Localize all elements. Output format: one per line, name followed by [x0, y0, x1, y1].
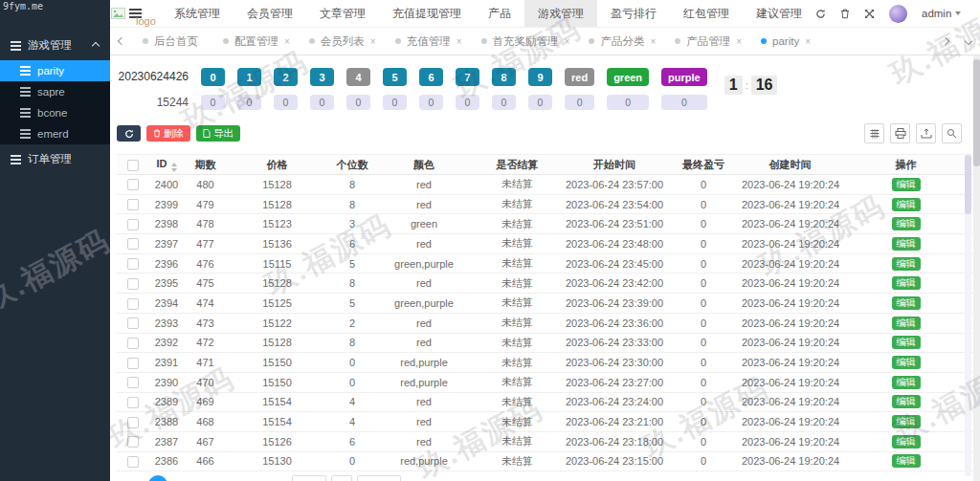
edit-button[interactable]: 编辑: [892, 454, 921, 468]
page-button[interactable]: 30: [244, 475, 263, 481]
navbar-menu-item[interactable]: 红包管理: [670, 0, 743, 27]
row-checkbox[interactable]: [127, 298, 139, 310]
tab-close-icon[interactable]: ×: [284, 36, 290, 47]
tab[interactable]: 充值管理 ×: [386, 28, 472, 55]
tab[interactable]: 会员列表 ×: [300, 28, 386, 55]
page-button[interactable]: 3: [196, 475, 215, 481]
export-data-icon[interactable]: [916, 123, 936, 143]
row-checkbox[interactable]: [127, 397, 139, 408]
table-scrollbar-thumb[interactable]: [965, 155, 971, 214]
page-size-select[interactable]: [292, 475, 326, 481]
row-checkbox[interactable]: [127, 238, 139, 250]
row-checkbox[interactable]: [127, 199, 139, 210]
tab-close-icon[interactable]: ×: [457, 36, 462, 47]
tab[interactable]: 配置管理 ×: [213, 28, 300, 55]
navbar-menu-item[interactable]: 游戏管理: [524, 0, 597, 27]
bet-button[interactable]: 6: [419, 68, 443, 86]
navbar-menu-item[interactable]: 产品: [475, 0, 524, 27]
delete-button[interactable]: 删除: [146, 125, 190, 142]
sidebar-item[interactable]: bcone: [0, 102, 110, 123]
edit-button[interactable]: 编辑: [892, 356, 921, 369]
page-scrollbar-thumb[interactable]: [973, 59, 980, 166]
tab[interactable]: 产品分类 ×: [579, 28, 665, 55]
page-confirm-button[interactable]: [357, 475, 401, 481]
row-checkbox[interactable]: [127, 456, 139, 468]
row-checkbox[interactable]: [127, 258, 139, 270]
row-checkbox[interactable]: [127, 338, 139, 349]
more-options-icon[interactable]: ⋮: [975, 7, 980, 20]
bet-button[interactable]: 3: [310, 68, 334, 86]
tabs-dropdown-button[interactable]: [957, 28, 980, 55]
edit-button[interactable]: 编辑: [892, 237, 921, 251]
sidebar-item[interactable]: emerd: [0, 123, 110, 144]
search-icon[interactable]: [942, 123, 962, 143]
print-icon[interactable]: [890, 123, 910, 143]
fullscreen-icon[interactable]: [864, 9, 875, 19]
page-button[interactable]: ...: [220, 475, 239, 481]
export-button[interactable]: 导出: [196, 125, 240, 142]
navbar-menu-item[interactable]: 会员管理: [234, 0, 306, 27]
edit-button[interactable]: 编辑: [892, 178, 921, 191]
row-checkbox[interactable]: [127, 219, 139, 230]
columns-filter-icon[interactable]: [864, 123, 884, 143]
bet-button[interactable]: purple: [661, 68, 707, 86]
row-checkbox[interactable]: [127, 436, 139, 448]
row-checkbox[interactable]: [127, 377, 139, 388]
column-id[interactable]: ID: [149, 155, 184, 175]
navbar-menu-item[interactable]: 建议管理: [743, 0, 815, 27]
tab[interactable]: 首充奖励管理 ×: [472, 28, 580, 55]
tabs-scroll-right-button[interactable]: [934, 28, 957, 55]
edit-button[interactable]: 编辑: [892, 296, 921, 310]
page-jump-input[interactable]: [331, 475, 352, 481]
edit-button[interactable]: 编辑: [892, 217, 921, 230]
edit-button[interactable]: 编辑: [892, 336, 921, 349]
row-checkbox[interactable]: [127, 179, 139, 190]
tab-close-icon[interactable]: ×: [565, 36, 570, 47]
edit-button[interactable]: 编辑: [892, 415, 921, 428]
sort-icon[interactable]: [171, 163, 177, 172]
edit-button[interactable]: 编辑: [892, 198, 921, 211]
sidebar-group-games[interactable]: 游戏管理: [0, 34, 110, 56]
edit-button[interactable]: 编辑: [892, 435, 921, 448]
edit-button[interactable]: 编辑: [892, 317, 921, 330]
row-checkbox[interactable]: [127, 417, 139, 428]
page-button[interactable]: 1: [148, 475, 167, 481]
edit-button[interactable]: 编辑: [892, 395, 921, 408]
bet-button[interactable]: 4: [346, 68, 370, 86]
sidebar-item[interactable]: parity: [0, 60, 110, 81]
user-avatar[interactable]: [889, 5, 907, 23]
user-menu[interactable]: admin: [922, 8, 961, 19]
refresh-icon[interactable]: [815, 9, 826, 19]
bet-button[interactable]: 5: [383, 68, 407, 86]
navbar-menu-item[interactable]: 充值提现管理: [379, 0, 475, 27]
table-scrollbar[interactable]: [965, 153, 971, 476]
row-checkbox[interactable]: [127, 278, 139, 290]
row-checkbox[interactable]: [127, 317, 139, 329]
page-scrollbar[interactable]: [973, 55, 980, 481]
bet-button[interactable]: green: [607, 68, 649, 86]
trash-icon[interactable]: [840, 9, 850, 19]
row-checkbox[interactable]: [127, 358, 139, 369]
navbar-menu-item[interactable]: 系统管理: [161, 0, 234, 27]
bet-button[interactable]: 8: [492, 68, 516, 86]
sidebar-item[interactable]: sapre: [0, 81, 110, 102]
bet-button[interactable]: 1: [237, 68, 261, 86]
edit-button[interactable]: 编辑: [892, 376, 921, 389]
select-all-checkbox[interactable]: [127, 160, 139, 171]
refresh-button[interactable]: [117, 125, 141, 142]
navbar-menu-item[interactable]: 盈亏排行: [597, 0, 670, 27]
tab-close-icon[interactable]: ×: [650, 36, 656, 47]
page-button[interactable]: ‹: [124, 475, 144, 481]
bet-button[interactable]: 7: [456, 68, 479, 86]
tab[interactable]: parity ×: [751, 28, 820, 55]
sidebar-group-orders[interactable]: 订单管理: [0, 148, 110, 170]
tab-close-icon[interactable]: ×: [805, 36, 811, 47]
page-button[interactable]: 2: [172, 475, 191, 481]
bet-button[interactable]: 9: [528, 68, 552, 86]
tab[interactable]: 产品管理 ×: [665, 28, 751, 55]
tab-close-icon[interactable]: ×: [370, 36, 376, 47]
tabs-scroll-left-button[interactable]: [110, 28, 133, 55]
page-button[interactable]: ›: [268, 475, 287, 481]
tab-close-icon[interactable]: ×: [736, 36, 742, 47]
tab[interactable]: 后台首页: [133, 28, 213, 55]
